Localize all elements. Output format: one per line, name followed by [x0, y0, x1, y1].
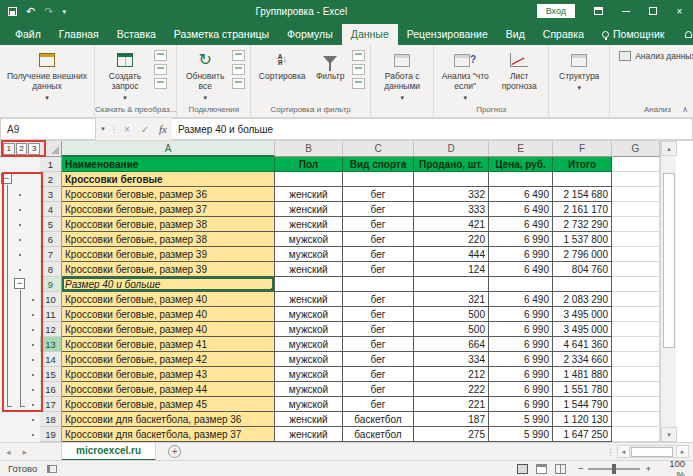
cell-A14[interactable]: Кроссовки беговые, размер 42	[62, 352, 275, 367]
zoom-slider-thumb[interactable]	[612, 464, 616, 474]
cell-C16[interactable]: бег	[343, 382, 414, 397]
cell-E8[interactable]: 6 490	[489, 262, 553, 277]
recent-sources-icon[interactable]	[154, 50, 167, 61]
cell-E13[interactable]: 6 990	[489, 337, 553, 352]
cell-B16[interactable]: мужской	[275, 382, 343, 397]
cell-C10[interactable]: бег	[343, 292, 414, 307]
cell-G17[interactable]	[612, 397, 660, 412]
cell-B18[interactable]: женский	[275, 412, 343, 427]
cell-D11[interactable]: 500	[414, 307, 489, 322]
cell-A7[interactable]: Кроссовки беговые, размер 39	[62, 247, 275, 262]
row-header-11[interactable]: 11	[40, 307, 62, 322]
scroll-up-icon[interactable]: ▴	[661, 141, 677, 156]
cell-A5[interactable]: Кроссовки беговые, размер 38	[62, 217, 275, 232]
row-header-4[interactable]: 4	[40, 202, 62, 217]
cell-A11[interactable]: Кроссовки беговые, размер 40	[62, 307, 275, 322]
cell-D18[interactable]: 187	[414, 412, 489, 427]
cell-F12[interactable]: 3 495 000	[553, 322, 612, 337]
cell-D16[interactable]: 222	[414, 382, 489, 397]
what-if-analysis-button[interactable]: ? Анализ "что если" ▾	[439, 48, 491, 104]
vertical-scroll-thumb[interactable]	[663, 173, 675, 348]
cell-C19[interactable]: баскетбол	[343, 427, 414, 442]
cell-G4[interactable]	[612, 202, 660, 217]
row-header-1[interactable]: 1	[40, 157, 62, 172]
cell-F10[interactable]: 2 083 290	[553, 292, 612, 307]
cell-C7[interactable]: бег	[343, 247, 414, 262]
tab-Файл[interactable]: Файл	[6, 24, 50, 45]
horizontal-scrollbar[interactable]: ◂ ▸	[617, 445, 689, 458]
cell-F16[interactable]: 1 551 780	[553, 382, 612, 397]
column-header-D[interactable]: D	[414, 141, 489, 157]
refresh-all-button[interactable]: ↻ Обновить все ▾	[182, 48, 228, 104]
cell-E3[interactable]: 6 490	[489, 187, 553, 202]
filter-button[interactable]: Фильтр	[312, 48, 348, 84]
row-header-13[interactable]: 13	[40, 337, 62, 352]
cell-A2[interactable]: Кроссовки беговые	[62, 172, 275, 187]
scroll-left-icon[interactable]: ◂	[617, 445, 630, 458]
cell-C18[interactable]: баскетбол	[343, 412, 414, 427]
outline-button[interactable]: Структура ▾	[554, 48, 604, 94]
clear-filter-icon[interactable]	[352, 50, 365, 61]
sign-in-button[interactable]: Вход	[537, 4, 575, 18]
cell-D7[interactable]: 444	[414, 247, 489, 262]
cell-E4[interactable]: 6 490	[489, 202, 553, 217]
cell-B17[interactable]: мужской	[275, 397, 343, 412]
cell-C4[interactable]: бег	[343, 202, 414, 217]
cell-G18[interactable]	[612, 412, 660, 427]
group-label-sort-filter[interactable]: Сортировка и фильтр	[251, 105, 370, 117]
cell-B5[interactable]: женский	[275, 217, 343, 232]
tab-Вставка[interactable]: Вставка	[108, 24, 165, 45]
cell-C15[interactable]: бег	[343, 367, 414, 382]
cell-A17[interactable]: Кроссовки беговые, размер 45	[62, 397, 275, 412]
collapse-group-button[interactable]: −	[1, 173, 12, 184]
cell-E15[interactable]: 6 990	[489, 367, 553, 382]
cell-D15[interactable]: 212	[414, 367, 489, 382]
cell-A10[interactable]: Кроссовки беговые, размер 40	[62, 292, 275, 307]
collapse-ribbon-icon[interactable]: ∧	[682, 105, 688, 114]
column-header-F[interactable]: F	[553, 141, 612, 157]
row-header-2[interactable]: 2	[40, 172, 62, 187]
cell-F1[interactable]: Итого	[553, 157, 612, 172]
cell-G1[interactable]	[612, 157, 660, 172]
confirm-entry-icon[interactable]: ✓	[136, 118, 154, 140]
cell-B13[interactable]: мужской	[275, 337, 343, 352]
cell-A16[interactable]: Кроссовки беговые, размер 44	[62, 382, 275, 397]
data-tools-button[interactable]: Работа с данными ▾	[376, 48, 428, 104]
cell-F14[interactable]: 2 334 660	[553, 352, 612, 367]
tab-Данные[interactable]: Данные	[342, 24, 398, 45]
row-header-3[interactable]: 3	[40, 187, 62, 202]
name-box-dropdown-icon[interactable]: ▾	[96, 118, 110, 140]
cell-C11[interactable]: бег	[343, 307, 414, 322]
cell-F9[interactable]	[553, 277, 612, 292]
scroll-down-icon[interactable]: ▾	[661, 427, 677, 442]
reapply-filter-icon[interactable]	[352, 64, 365, 75]
cell-F3[interactable]: 2 154 680	[553, 187, 612, 202]
cell-G14[interactable]	[612, 352, 660, 367]
tab-Разметка страницы[interactable]: Разметка страницы	[165, 24, 278, 45]
tab-Справка[interactable]: Справка	[534, 24, 593, 45]
cell-G16[interactable]	[612, 382, 660, 397]
column-header-C[interactable]: C	[343, 141, 414, 157]
row-header-16[interactable]: 16	[40, 382, 62, 397]
cell-G6[interactable]	[612, 232, 660, 247]
group-label-connections[interactable]: Подключения	[177, 105, 250, 117]
cell-A3[interactable]: Кроссовки беговые, размер 36	[62, 187, 275, 202]
cell-D8[interactable]: 124	[414, 262, 489, 277]
cell-E5[interactable]: 6 490	[489, 217, 553, 232]
cell-D19[interactable]: 275	[414, 427, 489, 442]
sheet-nav-right-icon[interactable]: ▸	[17, 447, 34, 457]
cell-G9[interactable]	[612, 277, 660, 292]
cell-F15[interactable]: 1 481 880	[553, 367, 612, 382]
row-header-7[interactable]: 7	[40, 247, 62, 262]
outline-level-2-button[interactable]: 2	[16, 143, 28, 155]
data-analysis-button[interactable]: Анализ данных	[615, 48, 693, 64]
cell-D17[interactable]: 221	[414, 397, 489, 412]
cell-F5[interactable]: 2 732 290	[553, 217, 612, 232]
cell-F4[interactable]: 2 161 170	[553, 202, 612, 217]
cell-G8[interactable]	[612, 262, 660, 277]
sort-button[interactable]: АЯ ↓ Сортировка	[256, 48, 308, 84]
new-sheet-icon[interactable]: +	[168, 445, 181, 458]
cell-E18[interactable]: 5 990	[489, 412, 553, 427]
collapse-group-button[interactable]: −	[14, 278, 25, 289]
tab-Вид[interactable]: Вид	[497, 24, 534, 45]
